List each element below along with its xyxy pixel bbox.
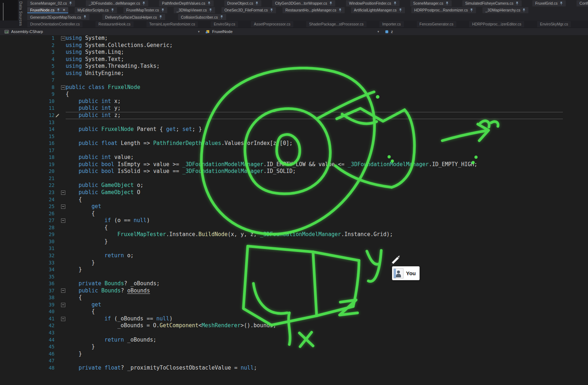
code-line[interactable]: 16public float Length => PathfinderDepth…: [0, 140, 588, 147]
editor-tab[interactable]: HDRPPostproc...Randomizer.cs: [411, 7, 476, 13]
code-line[interactable]: 15: [0, 133, 588, 140]
code-line[interactable]: 39get: [0, 301, 588, 309]
code-line[interactable]: 21: [0, 175, 588, 182]
pin-icon[interactable]: [209, 8, 212, 12]
code-line[interactable]: 9{: [0, 91, 588, 98]
editor-tab[interactable]: DeliverySurfaceClassHelper.cs: [102, 14, 165, 20]
code-line[interactable]: 32return o;: [0, 252, 588, 259]
fold-collapse-icon[interactable]: [61, 85, 65, 90]
editor-tab[interactable]: Config.cs: [577, 0, 588, 6]
code-line[interactable]: 42_oBounds = O.GetComponent<MeshRenderer…: [0, 322, 588, 329]
code-line[interactable]: 44return _oBounds;: [0, 337, 588, 344]
editor-tab[interactable]: ShaderPackage...stProcessor.cs: [306, 21, 367, 27]
code-line[interactable]: 5using System.Threading.Tasks;: [0, 63, 588, 70]
code-line[interactable]: 17: [0, 147, 588, 154]
code-line[interactable]: 25get: [0, 203, 588, 210]
editor-tab[interactable]: WindowPositionFinder.cs: [346, 0, 399, 6]
code-line[interactable]: 3using System.Linq;: [0, 49, 588, 56]
editor-tab[interactable]: FruxelMapTester.cs: [123, 7, 167, 13]
fold-collapse-icon[interactable]: [61, 191, 65, 195]
code-line[interactable]: 46}: [0, 351, 588, 358]
pin-icon[interactable]: [161, 8, 164, 12]
editor-tab[interactable]: DroneObject.cs: [224, 0, 261, 6]
code-line[interactable]: 13: [0, 119, 588, 126]
pin-icon[interactable]: [255, 1, 258, 5]
member-dropdown[interactable]: z: [383, 28, 588, 35]
pin-icon[interactable]: [393, 1, 397, 5]
code-editor[interactable]: 1using System;2using System.Collections.…: [0, 35, 588, 385]
fold-collapse-icon[interactable]: [61, 36, 65, 41]
code-line[interactable]: 31: [0, 245, 588, 252]
editor-tab[interactable]: ArtificialLightsManager.cs: [351, 7, 405, 13]
pin-icon[interactable]: [142, 1, 145, 5]
code-line[interactable]: 12public int z;: [0, 112, 588, 119]
editor-tab[interactable]: SceneManager.cs: [410, 0, 452, 6]
editor-tab[interactable]: _3DMapViewer.cs: [174, 7, 215, 13]
close-icon[interactable]: ×: [63, 8, 65, 12]
pin-icon[interactable]: [57, 8, 60, 12]
fold-collapse-icon[interactable]: [61, 317, 65, 321]
editor-tab[interactable]: RestaurantHo...pleManager.cs: [283, 7, 345, 13]
code-line[interactable]: 22public GameObject o;: [0, 182, 588, 189]
editor-tab[interactable]: FruxelNode.cs×: [27, 7, 68, 13]
editor-tab[interactable]: RestaurantHook.cs: [95, 21, 133, 27]
pin-icon[interactable]: [399, 8, 402, 12]
editor-tab[interactable]: EnviroSky.cs: [211, 21, 238, 27]
editor-tab[interactable]: _3DFoundatio...delManager.cs: [86, 0, 148, 6]
pin-icon[interactable]: [339, 8, 342, 12]
code-line[interactable]: 20public bool IsSolid => value == _3DFou…: [0, 168, 588, 175]
code-line[interactable]: 33}: [0, 259, 588, 267]
editor-tab[interactable]: FencesGenerator.cs: [417, 21, 457, 27]
code-line[interactable]: 41if (_oBounds == null): [0, 315, 588, 323]
code-line[interactable]: 23public GameObject O: [0, 189, 588, 196]
code-line[interactable]: 30}: [0, 238, 588, 245]
code-line[interactable]: 4using System.Text;: [0, 56, 588, 63]
editor-tab[interactable]: MyEditorScripts.cs: [75, 7, 117, 13]
pin-icon[interactable]: [470, 8, 473, 12]
code-line[interactable]: 47: [0, 357, 588, 365]
code-line[interactable]: 36private Bounds? _oBounds;: [0, 280, 588, 287]
editor-tab[interactable]: TerrainLayerRandomizer.cs: [146, 21, 198, 27]
editor-tab[interactable]: Importer.cs: [379, 21, 404, 27]
editor-tab[interactable]: Generator2ExportMapTools.cs: [27, 14, 89, 20]
editor-tab[interactable]: _3DMapHierarchy.cs: [482, 7, 528, 13]
pin-icon[interactable]: [329, 1, 332, 5]
pin-icon[interactable]: [220, 15, 223, 19]
code-line[interactable]: 28{: [0, 224, 588, 231]
pin-icon[interactable]: [515, 1, 519, 5]
editor-tab[interactable]: SceneManager_02.cs: [27, 0, 75, 6]
code-line[interactable]: 26{: [0, 210, 588, 217]
code-line[interactable]: 18public int value;: [0, 154, 588, 161]
code-line[interactable]: 24{: [0, 196, 588, 203]
editor-tab[interactable]: DroneOrientationController.cs: [27, 21, 83, 27]
code-line[interactable]: 43: [0, 329, 588, 337]
code-line[interactable]: 27if (o == null): [0, 217, 588, 224]
code-line[interactable]: 37public Bounds? oBounds: [0, 287, 588, 295]
editor-tab[interactable]: AssetPreprocessor.cs: [251, 21, 293, 27]
project-dropdown[interactable]: C# Assembly-CSharp ▾: [3, 28, 204, 35]
code-line[interactable]: 2using System.Collections.Generic;: [0, 42, 588, 49]
editor-tab[interactable]: EnviroSkyMgr.cs: [537, 21, 571, 27]
code-line[interactable]: 6using UnityEngine;: [0, 70, 588, 77]
code-line[interactable]: 7: [0, 77, 588, 84]
code-line[interactable]: 1using System;: [0, 35, 588, 42]
pin-icon[interactable]: [560, 1, 563, 5]
code-line[interactable]: 48private float? _proximityToClosestObst…: [0, 365, 588, 372]
code-line[interactable]: 35: [0, 273, 588, 281]
type-dropdown[interactable]: FruxelNode ▾: [204, 28, 383, 35]
code-line[interactable]: 34}: [0, 266, 588, 273]
pin-icon[interactable]: [159, 15, 162, 19]
code-line[interactable]: 40{: [0, 308, 588, 315]
code-line[interactable]: 8public class FruxelNode: [0, 84, 588, 91]
code-line[interactable]: 10public int x;: [0, 98, 588, 105]
editor-tab[interactable]: FruxelGrid.cs: [532, 0, 566, 6]
pin-icon[interactable]: [522, 8, 526, 12]
pin-icon[interactable]: [83, 15, 87, 19]
pin-icon[interactable]: [445, 1, 449, 5]
pin-icon[interactable]: [270, 8, 273, 12]
editor-tab[interactable]: CityGen3DGen...torWrapper.cs: [272, 0, 335, 6]
editor-tab[interactable]: SimulatedFisheyeCamera.cs: [462, 0, 522, 6]
code-line[interactable]: 11public int y;: [0, 105, 588, 112]
code-line[interactable]: 29FruxelMapTester.Instance.BuildNode(x, …: [0, 231, 588, 238]
fold-collapse-icon[interactable]: [61, 219, 65, 223]
